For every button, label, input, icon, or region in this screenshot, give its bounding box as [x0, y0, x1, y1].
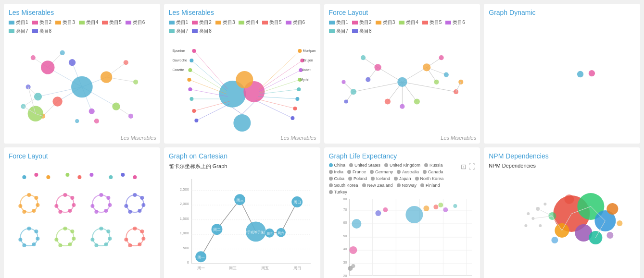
svg-line-42	[259, 70, 301, 92]
svg-point-144	[90, 204, 94, 208]
title-les-miserables-1: Les Miserables	[9, 9, 155, 16]
svg-point-104	[439, 55, 443, 60]
svg-point-167	[99, 227, 103, 230]
svg-point-70	[192, 109, 196, 113]
svg-point-127	[36, 203, 39, 207]
svg-point-244	[375, 210, 381, 216]
card-graph-cartesian: Graph on Cartesian 笛卡尔坐标系上的 Graph 0 500 …	[164, 147, 320, 278]
expand-icon[interactable]: ⊡	[461, 163, 467, 170]
svg-point-242	[443, 207, 448, 212]
svg-text:Babet: Babet	[302, 68, 310, 72]
svg-point-176	[141, 237, 145, 241]
svg-point-257	[552, 237, 558, 243]
svg-point-99	[414, 98, 419, 104]
svg-line-40	[259, 51, 300, 89]
watermark-lm1: Les Miserables	[121, 135, 156, 141]
svg-point-255	[565, 194, 574, 204]
svg-point-116	[34, 173, 38, 177]
svg-text:2,500: 2,500	[180, 187, 189, 192]
npm-svg	[489, 170, 635, 276]
card-force-layout-2: Force Layout	[4, 147, 160, 278]
svg-point-119	[77, 175, 81, 179]
svg-point-98	[423, 63, 430, 71]
card-les-miserables-2: Les Miserables 类目1 类目2 类目3 类目4 类目5 类目6 类…	[164, 4, 320, 144]
card-npm-dependencies: NPM Dependencies NPM Dependencies	[484, 147, 640, 278]
svg-point-178	[128, 243, 132, 247]
gle-svg: 20 30 40 50 60 70 80 0 3,000 6,000 9,000…	[329, 196, 476, 278]
svg-point-24	[60, 50, 65, 55]
svg-point-241	[433, 205, 438, 209]
svg-point-23	[31, 55, 36, 60]
svg-point-259	[617, 220, 623, 226]
svg-point-101	[400, 104, 404, 109]
svg-point-243	[453, 204, 457, 208]
svg-point-169	[108, 237, 112, 241]
svg-point-30	[26, 85, 31, 89]
card-force-layout-1: Force Layout 类目1 类目2 类目3 类目4 类目5 类目6 类目7…	[324, 4, 480, 144]
svg-point-122	[121, 173, 125, 177]
svg-point-106	[434, 80, 439, 85]
svg-point-22	[69, 59, 76, 66]
svg-line-92	[402, 82, 456, 92]
card-les-miserables-1: Les Miserables 类目1 类目2 类目3 类目4 类目5 类目6 类…	[4, 4, 160, 144]
svg-point-103	[366, 77, 370, 82]
watermark-lm2: Les Miserables	[281, 135, 316, 141]
fullscreen-icon[interactable]: ⛶	[468, 163, 475, 170]
svg-line-266	[538, 209, 553, 216]
svg-point-174	[133, 227, 137, 230]
svg-point-143	[94, 210, 98, 214]
cartesian-svg: 0 500 1,000 1,500 2,000 2,500 周一 周三 周五 周…	[169, 172, 316, 278]
svg-point-247	[351, 264, 355, 268]
npm-subtitle: NPM Dependencies	[489, 163, 635, 169]
lm2-svg: Montparnasse Brujon Babet Myriel Eponine…	[169, 36, 316, 137]
svg-point-240	[438, 203, 443, 207]
svg-point-157	[22, 243, 26, 247]
svg-point-114	[589, 70, 595, 76]
svg-point-110	[344, 99, 348, 103]
svg-point-60	[297, 87, 301, 91]
svg-text:Montparnasse: Montparnasse	[303, 49, 315, 53]
svg-point-238	[349, 246, 357, 254]
svg-line-55	[196, 104, 230, 121]
svg-point-108	[350, 89, 356, 95]
svg-point-265	[525, 224, 528, 227]
svg-point-64	[192, 49, 196, 53]
svg-point-155	[36, 237, 39, 241]
svg-text:1,000: 1,000	[180, 231, 189, 235]
watermark-fl1: Les Miserables	[441, 135, 476, 141]
title-force-layout-2: Force Layout	[9, 152, 155, 160]
svg-point-171	[94, 243, 98, 247]
svg-text:周三: 周三	[236, 198, 243, 203]
title-les-miserables-2: Les Miserables	[169, 9, 316, 16]
svg-point-177	[138, 242, 141, 246]
svg-point-109	[341, 80, 345, 84]
svg-point-15	[71, 76, 93, 98]
svg-text:周三: 周三	[229, 266, 237, 270]
svg-text:周六: 周六	[278, 231, 284, 235]
svg-point-28	[128, 114, 133, 119]
svg-point-128	[32, 209, 36, 213]
card-graph-dynamic: Graph Dynamic	[484, 4, 640, 144]
svg-point-62	[293, 107, 297, 110]
svg-point-26	[133, 80, 138, 85]
svg-text:小于或等于某值: 小于或等于某值	[244, 230, 267, 234]
svg-line-43	[259, 80, 300, 93]
svg-text:周日: 周日	[293, 266, 301, 270]
svg-text:60: 60	[343, 221, 347, 224]
title-npm-dependencies: NPM Dependencies	[489, 152, 635, 160]
svg-line-112	[456, 82, 461, 92]
svg-point-31	[94, 119, 99, 123]
svg-point-102	[361, 55, 366, 60]
svg-text:周一: 周一	[197, 266, 204, 270]
fl1-svg	[329, 36, 476, 137]
svg-text:1,500: 1,500	[180, 217, 189, 221]
svg-point-263	[544, 203, 547, 205]
svg-point-162	[72, 237, 76, 241]
svg-point-126	[34, 196, 38, 200]
fl2-svg	[9, 163, 155, 268]
svg-point-118	[65, 173, 69, 177]
svg-point-68	[188, 87, 192, 91]
svg-point-25	[124, 60, 128, 65]
svg-line-93	[353, 82, 402, 92]
svg-point-237	[352, 219, 361, 229]
